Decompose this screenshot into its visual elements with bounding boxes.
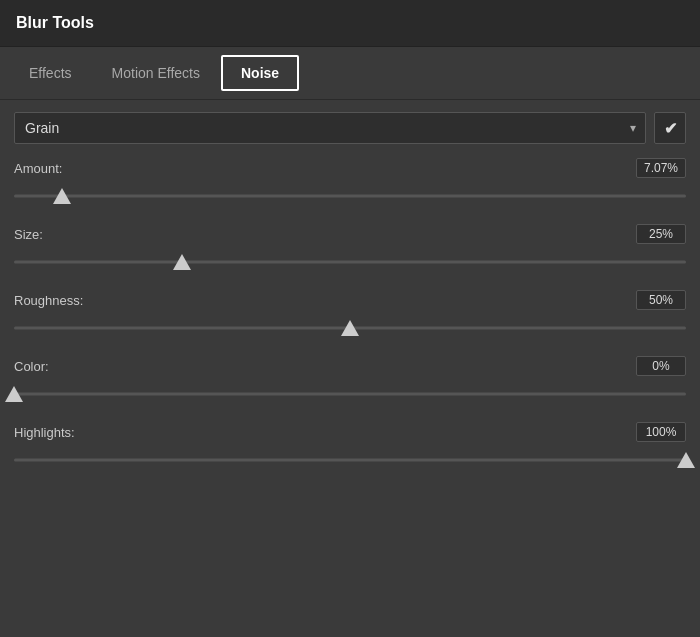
panel-title: Blur Tools [0,0,700,47]
size-label-row: Size: 25% [14,224,686,244]
tab-noise[interactable]: Noise [221,55,299,91]
amount-value[interactable]: 7.07% [636,158,686,178]
amount-track[interactable] [14,184,686,208]
size-slider-group: Size: 25% [14,224,686,274]
roughness-label: Roughness: [14,293,83,308]
size-label: Size: [14,227,43,242]
tabs-bar: Effects Motion Effects Noise [0,47,700,100]
blur-tools-panel: Blur Tools Effects Motion Effects Noise … [0,0,700,500]
amount-slider-group: Amount: 7.07% [14,158,686,208]
color-value[interactable]: 0% [636,356,686,376]
grain-dropdown-container: Grain Uniform Hot Pixels ▾ [14,112,646,144]
color-slider-group: Color: 0% [14,356,686,406]
grain-dropdown-row: Grain Uniform Hot Pixels ▾ ✔ [14,112,686,144]
noise-content: Grain Uniform Hot Pixels ▾ ✔ Amount: 7.0… [0,100,700,500]
roughness-label-row: Roughness: 50% [14,290,686,310]
grain-select[interactable]: Grain Uniform Hot Pixels [14,112,646,144]
amount-track-line [14,195,686,198]
size-track[interactable] [14,250,686,274]
highlights-label: Highlights: [14,425,75,440]
color-track-line [14,393,686,396]
highlights-track[interactable] [14,448,686,472]
enable-checkbox[interactable]: ✔ [654,112,686,144]
highlights-value[interactable]: 100% [636,422,686,442]
amount-thumb[interactable] [53,188,71,204]
color-label-row: Color: 0% [14,356,686,376]
color-thumb[interactable] [5,386,23,402]
amount-label: Amount: [14,161,62,176]
tab-motion-effects[interactable]: Motion Effects [93,56,219,90]
highlights-label-row: Highlights: 100% [14,422,686,442]
roughness-value[interactable]: 50% [636,290,686,310]
highlights-thumb[interactable] [677,452,695,468]
size-track-line [14,261,686,264]
roughness-thumb[interactable] [341,320,359,336]
size-thumb[interactable] [173,254,191,270]
roughness-slider-group: Roughness: 50% [14,290,686,340]
color-track[interactable] [14,382,686,406]
size-value[interactable]: 25% [636,224,686,244]
amount-label-row: Amount: 7.07% [14,158,686,178]
color-label: Color: [14,359,49,374]
highlights-slider-group: Highlights: 100% [14,422,686,472]
tab-effects[interactable]: Effects [10,56,91,90]
roughness-track[interactable] [14,316,686,340]
highlights-track-line [14,459,686,462]
